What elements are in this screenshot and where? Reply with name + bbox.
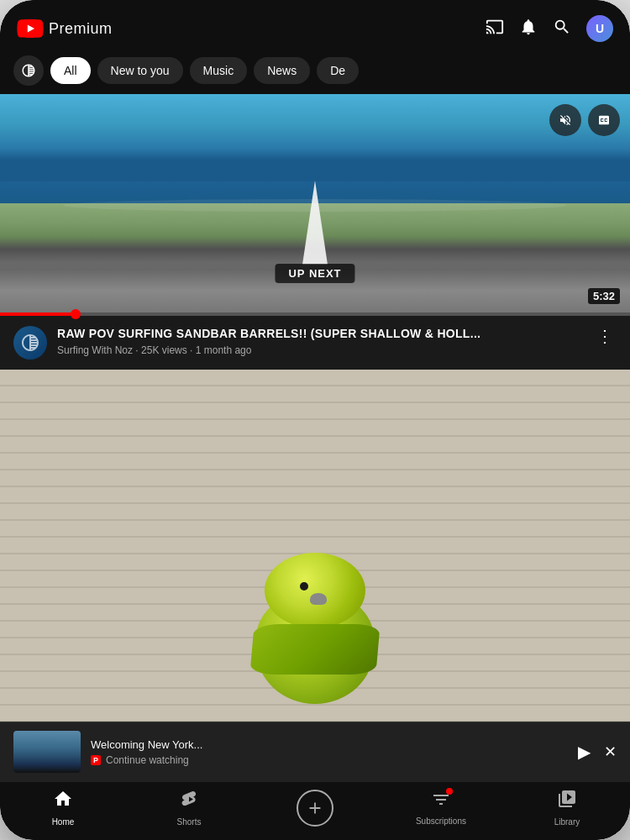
library-icon — [557, 789, 577, 814]
premium-label: Premium — [49, 20, 113, 38]
mute-button[interactable] — [549, 104, 581, 136]
video-title[interactable]: RAW POV SURFING SANDBAR BARRELS!! (SUPER… — [57, 326, 583, 341]
shorts-label: Shorts — [177, 817, 202, 827]
channel-avatar[interactable] — [13, 326, 47, 360]
notifications-icon[interactable] — [519, 18, 538, 40]
tab-music[interactable]: Music — [190, 57, 248, 84]
tabs-container: All New to you Music News De — [0, 50, 630, 94]
mini-player-info: Welcoming New York... P Continue watchin… — [91, 738, 568, 766]
nav-item-library[interactable]: Library — [542, 789, 592, 827]
progress-dot — [71, 309, 81, 319]
youtube-logo: Premium — [17, 19, 113, 38]
progress-fill — [0, 312, 76, 316]
subscriptions-label: Subscriptions — [416, 816, 466, 826]
premium-badge: P — [91, 755, 101, 765]
video-text: RAW POV SURFING SANDBAR BARRELS!! (SUPER… — [57, 326, 583, 356]
library-label: Library — [554, 817, 580, 827]
channel-avatar-inner — [13, 326, 47, 360]
tab-all[interactable]: All — [50, 57, 91, 84]
mini-player-actions: ▶ ✕ — [578, 742, 617, 762]
mini-play-button[interactable]: ▶ — [578, 742, 591, 762]
tab-de[interactable]: De — [317, 57, 359, 84]
video-info-row: RAW POV SURFING SANDBAR BARRELS!! (SUPER… — [0, 316, 630, 370]
avatar[interactable]: U — [586, 15, 613, 42]
header-left: Premium — [17, 19, 113, 38]
mini-continue-text: Continue watching — [106, 754, 189, 766]
cc-button[interactable] — [588, 104, 620, 136]
bottom-nav: Home Shorts — [0, 781, 630, 840]
nav-item-home[interactable]: Home — [38, 789, 88, 827]
subscriptions-icon-wrapper — [431, 790, 451, 813]
progress-bar[interactable] — [0, 312, 630, 316]
tab-new-to-you[interactable]: New to you — [97, 57, 183, 84]
mini-close-button[interactable]: ✕ — [604, 743, 617, 761]
second-video[interactable] — [0, 370, 630, 722]
home-label: Home — [52, 817, 75, 827]
home-icon — [53, 789, 73, 814]
cast-icon[interactable] — [486, 18, 504, 40]
search-icon[interactable] — [553, 18, 571, 40]
mini-player-thumbnail — [13, 731, 81, 773]
tab-news[interactable]: News — [254, 57, 310, 84]
nav-item-add[interactable] — [290, 790, 340, 827]
add-button[interactable] — [297, 790, 333, 827]
mini-continue-row: P Continue watching — [91, 754, 568, 766]
mini-thumb-img — [13, 731, 81, 773]
subscriptions-badge — [446, 788, 453, 795]
header: Premium U — [0, 0, 630, 50]
video-controls-top — [549, 104, 620, 136]
phone-frame: Premium U — [0, 0, 630, 840]
nav-item-shorts[interactable]: Shorts — [164, 789, 214, 827]
mini-player-title: Welcoming New York... — [91, 738, 301, 751]
shorts-icon — [179, 789, 199, 814]
up-next-badge: UP NEXT — [275, 264, 354, 283]
video-duration: 5:32 — [588, 288, 620, 304]
more-options-button[interactable]: ⋮ — [593, 326, 617, 346]
header-right: U — [486, 15, 613, 42]
main-video-player[interactable]: UP NEXT 5:32 — [0, 94, 630, 312]
mini-player: Welcoming New York... P Continue watchin… — [0, 722, 630, 781]
tab-explore-icon[interactable] — [13, 55, 44, 86]
phone-inner: Premium U — [0, 0, 630, 840]
nav-item-subscriptions[interactable]: Subscriptions — [416, 790, 466, 826]
youtube-icon — [17, 19, 44, 38]
video-meta: Surfing With Noz · 25K views · 1 month a… — [57, 344, 583, 356]
